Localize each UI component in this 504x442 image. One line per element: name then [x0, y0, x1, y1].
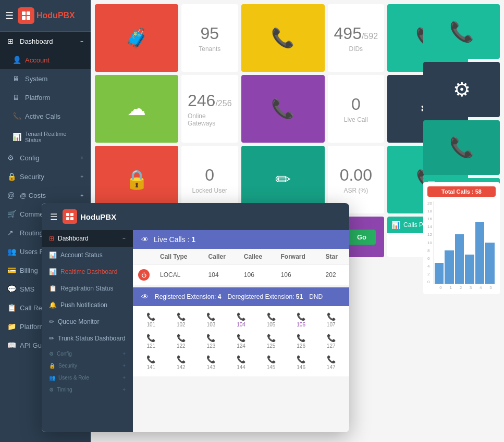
ext-121[interactable]: 📞 121: [137, 332, 165, 351]
ext-141[interactable]: 📞 141: [137, 353, 165, 372]
ext-eye-icon: 👁: [141, 293, 149, 301]
table-col-caller: Caller: [203, 249, 239, 265]
active-calls-icon: 📞: [13, 112, 21, 120]
phone-purple-icon: 📞: [271, 98, 294, 120]
modal-timing-expand[interactable]: +: [122, 387, 126, 393]
go-button[interactable]: Go: [348, 230, 376, 245]
platform-icon: 🖥: [13, 93, 21, 102]
modal-header: ☰ HoduPBX: [42, 203, 349, 230]
live-call-value-card: 0 Live Call: [328, 75, 385, 143]
modal-users-section-header: 👥 Users & Role +: [42, 371, 133, 383]
modal-queue-icon: ✏: [49, 318, 54, 325]
ext-147[interactable]: 📞 147: [317, 353, 345, 372]
briefcase-icon: 🧳: [125, 27, 149, 49]
ext-146[interactable]: 📞 146: [287, 353, 315, 372]
modal-config-expand[interactable]: +: [122, 351, 126, 357]
ext-145[interactable]: 📞 145: [257, 353, 285, 372]
gateways-icon-card: ☁: [95, 75, 178, 143]
calls-hour-chart: Total Calls : 58 0 2 4 6 8 10 12 14 16 1…: [423, 182, 500, 294]
chart-bar-2: [455, 234, 464, 284]
ext-143[interactable]: 📞 143: [197, 353, 225, 372]
dashboard-icon: ⊞: [7, 37, 16, 45]
table-col-start: Star: [321, 249, 349, 265]
sidebar-item-account[interactable]: 👤 Account: [0, 50, 91, 69]
ext-icon-107: 📞: [327, 312, 336, 321]
ext-124[interactable]: 📞 124: [227, 332, 255, 351]
hamburger-icon[interactable]: ☰: [5, 10, 14, 21]
asr-number: 0.00: [340, 166, 372, 185]
modal-sidebar-trunk-status[interactable]: ✏ Trunk Status Dashboard: [42, 330, 133, 347]
modal-logo-text: HoduPBX: [80, 212, 116, 221]
modal-account-status-icon: 📊: [49, 251, 57, 259]
ext-num-105: 105: [267, 322, 276, 327]
platform-repo-icon: 📁: [7, 322, 16, 331]
ext-102[interactable]: 📞 102: [167, 310, 195, 330]
modal-sidebar-registration-status[interactable]: 📋 Registration Status: [42, 280, 133, 297]
right-card-2: ⚙: [423, 62, 500, 117]
ext-num-124: 124: [237, 343, 245, 349]
ext-127[interactable]: 📞 127: [317, 332, 345, 351]
ext-105[interactable]: 📞 105: [257, 310, 285, 330]
sidebar-item-platform[interactable]: 🖥 Platform: [0, 88, 91, 107]
svg-rect-5: [70, 213, 73, 216]
bar-chart-right-icon: 📊: [391, 221, 400, 229]
ext-126[interactable]: 📞 126: [287, 332, 315, 351]
modal-sidebar-realtime-dashboard[interactable]: 📊 Realtime Dashboard: [42, 263, 133, 280]
modal-sidebar-queue-monitor[interactable]: ✏ Queue Monitor: [42, 313, 133, 330]
modal-sidebar-dashboard[interactable]: ⊞ Dashboard −: [42, 230, 133, 247]
live-calls-title: Live Calls : 1: [154, 235, 195, 244]
modal-sidebar-push-notification[interactable]: 🔔 Push Notification: [42, 297, 133, 313]
logo-text: HoduPBX: [36, 11, 75, 20]
ext-104[interactable]: 📞 104: [227, 310, 255, 330]
modal-users-expand[interactable]: +: [122, 375, 126, 381]
modal-security-section-header: 🔒 Security +: [42, 359, 133, 371]
power-button[interactable]: ⏻: [138, 269, 150, 281]
modal-timing-icon: ⚙: [49, 387, 54, 393]
ext-icon-104: 📞: [237, 312, 245, 321]
ext-144[interactable]: 📞 144: [227, 353, 255, 372]
svg-rect-6: [66, 217, 69, 220]
ext-123[interactable]: 📞 123: [197, 332, 225, 351]
api-guide-icon: 📖: [7, 341, 16, 349]
modal-security-expand[interactable]: +: [122, 363, 126, 369]
ext-num-101: 101: [146, 322, 155, 327]
ext-107[interactable]: 📞 107: [317, 310, 345, 330]
ext-103[interactable]: 📞 103: [197, 310, 225, 330]
sidebar-item-costs[interactable]: @ @ Costs +: [0, 186, 91, 205]
table-cell-callee: 106: [239, 265, 276, 285]
sidebar-item-active-calls[interactable]: 📞 Active Calls: [0, 107, 91, 125]
ext-num-146: 146: [297, 364, 305, 370]
ext-icon-142: 📞: [177, 355, 186, 363]
modal-realtime-icon: 📊: [49, 268, 57, 275]
ext-num-126: 126: [297, 343, 305, 349]
locked-label: Locked User: [192, 187, 227, 194]
ext-num-103: 103: [207, 322, 216, 327]
gateways-label: Online Gateways: [188, 112, 232, 127]
modal-dashboard-icon: ⊞: [49, 235, 54, 242]
dnd-stat: DND: [309, 293, 323, 300]
table-cell-type: LOCAL: [155, 265, 203, 285]
sidebar-item-config[interactable]: ⚙ Config +: [0, 148, 91, 167]
ext-icon-127: 📞: [327, 334, 336, 342]
ext-142[interactable]: 📞 142: [167, 353, 195, 372]
registered-ext-stat: Registered Extension: 4: [155, 293, 221, 300]
sidebar-item-system[interactable]: 🖥 System: [0, 69, 91, 88]
ext-125[interactable]: 📞 125: [257, 332, 285, 351]
ext-122[interactable]: 📞 122: [167, 332, 195, 351]
modal-sidebar-account-status[interactable]: 📊 Account Status: [42, 247, 133, 263]
ext-num-125: 125: [267, 343, 276, 349]
ext-icon-144: 📞: [237, 355, 245, 363]
modal-config-section-header: ⚙ Config +: [42, 347, 133, 359]
modal-logo-icon: [63, 209, 77, 224]
sidebar-item-dashboard[interactable]: ⊞ Dashboard −: [0, 32, 91, 50]
ext-101[interactable]: 📞 101: [137, 310, 165, 330]
table-col-callee: Callee: [239, 249, 276, 265]
sidebar-item-security[interactable]: 🔒 Security +: [0, 167, 91, 186]
sidebar-item-tenant-realtime[interactable]: 📊 Tenant Realtime Status: [0, 125, 91, 148]
modal-hamburger-icon[interactable]: ☰: [50, 212, 57, 222]
ext-icon-141: 📞: [146, 355, 155, 363]
tenants-value-card: 95 Tenants: [181, 4, 238, 72]
sidebar-header: ☰ HoduPBX: [0, 0, 91, 32]
svg-rect-3: [27, 16, 30, 20]
ext-106[interactable]: 📞 106: [287, 310, 315, 330]
